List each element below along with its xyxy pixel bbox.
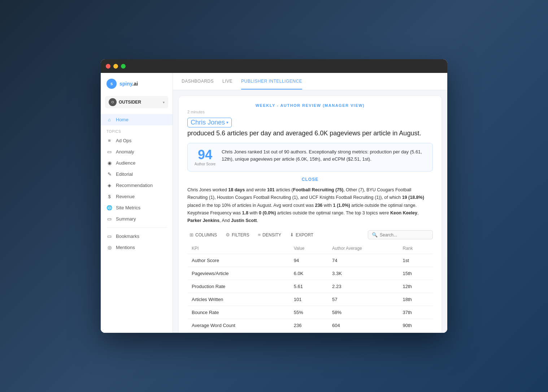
tab-live[interactable]: LIVE: [222, 74, 232, 90]
cell-author_avg-4: 58%: [328, 306, 398, 319]
titlebar: [101, 59, 447, 73]
main-card: WEEKLY - AUTHOR REVIEW (MANAGER VIEW) 2 …: [179, 96, 442, 333]
sidebar-item-revenue[interactable]: $ Revenue: [101, 191, 173, 202]
cell-rank-0: 1st: [399, 254, 433, 267]
cell-kpi-3: Articles Written: [187, 293, 290, 306]
org-selector[interactable]: O OUTSIDER ▾: [105, 96, 168, 108]
close-dot[interactable]: [106, 64, 110, 69]
tab-publisher-intelligence[interactable]: PUBLISHER INTELLIGENCE: [241, 74, 302, 90]
cell-value-3: 101: [290, 293, 328, 306]
sidebar-item-summary[interactable]: ▭ Summary: [101, 213, 173, 225]
sidebar-item-mentions[interactable]: ◎ Mentions: [101, 242, 173, 253]
author-score-label: Author Score: [194, 162, 216, 166]
sidebar-item-adops[interactable]: ≡ Ad Ops: [101, 135, 173, 146]
cell-author_avg-2: 2.23: [328, 280, 398, 293]
sidebar-item-anomaly[interactable]: ▭ Anomaly: [101, 146, 173, 157]
minimize-dot[interactable]: [113, 64, 118, 69]
columns-button[interactable]: ⊞ COLUMNS: [187, 231, 219, 239]
editorial-icon: ✎: [106, 171, 112, 177]
sidebar: s spiny.ai O OUTSIDER ▾ ⌂ Home Topics ≡ …: [101, 73, 173, 333]
sidebar-item-editorial-label: Editorial: [116, 171, 133, 177]
author-selector[interactable]: Chris Jones ▾: [187, 118, 232, 127]
sidebar-item-bookmarks[interactable]: ▭ Bookmarks: [101, 231, 173, 242]
cell-rank-1: 15th: [399, 267, 433, 280]
close-button[interactable]: CLOSE: [302, 177, 318, 182]
cell-author_avg-1: 3.3K: [328, 267, 398, 280]
sidebar-item-home[interactable]: ⌂ Home: [101, 114, 173, 125]
sidebar-item-sitemetrics-label: Site Metrics: [116, 205, 140, 210]
table-row[interactable]: Production Rate5.612.2312th: [187, 280, 433, 293]
density-button[interactable]: ≡ DENSITY: [256, 231, 283, 239]
sidebar-item-bookmarks-label: Bookmarks: [116, 234, 139, 239]
sidebar-item-recommendation-label: Recommendation: [116, 183, 153, 188]
cell-value-2: 5.61: [290, 280, 328, 293]
audience-icon: ◉: [106, 160, 112, 166]
score-description: Chris Jones ranked 1st out of 90 authors…: [222, 148, 426, 162]
sidebar-item-summary-label: Summary: [116, 216, 136, 222]
anomaly-icon: ▭: [106, 149, 112, 154]
cell-kpi-2: Production Rate: [187, 280, 290, 293]
table-row[interactable]: Average Word Count23660490th: [187, 319, 433, 332]
revenue-icon: $: [106, 194, 112, 199]
kpi-table: KPI Value Author Average Rank Author Sco…: [187, 243, 433, 333]
col-header-value: Value: [290, 243, 328, 254]
cell-value-6: $2.51: [290, 332, 328, 333]
summary-icon: ▭: [106, 216, 112, 222]
maximize-dot[interactable]: [121, 64, 126, 69]
table-row[interactable]: eCPM$2.51$1.21st: [187, 332, 433, 333]
tab-dashboards[interactable]: DASHBOARDS: [182, 74, 214, 90]
columns-label: COLUMNS: [195, 232, 217, 238]
sidebar-item-recommendation[interactable]: ◈ Recommendation: [101, 180, 173, 191]
author-chevron-icon: ▾: [226, 120, 229, 125]
recommendation-icon: ◈: [106, 183, 112, 188]
app-layout: s spiny.ai O OUTSIDER ▾ ⌂ Home Topics ≡ …: [101, 73, 447, 333]
cell-author_avg-3: 57: [328, 293, 398, 306]
filters-button[interactable]: ⚙ FILTERS: [223, 231, 251, 239]
cell-author_avg-5: 604: [328, 319, 398, 332]
content-area: WEEKLY - AUTHOR REVIEW (MANAGER VIEW) 2 …: [173, 90, 447, 333]
close-section: CLOSE: [187, 177, 433, 182]
search-icon: 🔍: [372, 232, 378, 238]
table-row[interactable]: Bounce Rate55%58%37th: [187, 306, 433, 319]
mentions-icon: ◎: [106, 245, 112, 250]
export-label: EXPORT: [296, 232, 313, 238]
time-label: 2 minutes: [187, 110, 433, 114]
cell-kpi-0: Author Score: [187, 254, 290, 267]
col-header-kpi: KPI: [187, 243, 290, 254]
cell-kpi-4: Bounce Rate: [187, 306, 290, 319]
top-navigation: DASHBOARDS LIVE PUBLISHER INTELLIGENCE: [173, 73, 447, 90]
table-row[interactable]: Articles Written1015718th: [187, 293, 433, 306]
chevron-down-icon: ▾: [163, 100, 165, 104]
sitemetrics-icon: 🌐: [106, 205, 112, 210]
score-box: 94 Author Score Chris Jones ranked 1st o…: [187, 143, 433, 171]
adops-icon: ≡: [106, 138, 112, 143]
sidebar-item-sitemetrics[interactable]: 🌐 Site Metrics: [101, 202, 173, 213]
cell-value-1: 6.0K: [290, 267, 328, 280]
cell-author_avg-6: $1.2: [328, 332, 398, 333]
home-icon: ⌂: [106, 117, 112, 122]
sidebar-item-home-label: Home: [116, 117, 129, 122]
table-row[interactable]: Author Score94741st: [187, 254, 433, 267]
sidebar-item-audience[interactable]: ◉ Audience: [101, 157, 173, 169]
score-text-content: Chris Jones ranked 1st out of 90 authors…: [222, 149, 422, 162]
export-icon: ⬇: [290, 232, 294, 238]
table-row[interactable]: Pageviews/Article6.0K3.3K15th: [187, 267, 433, 280]
export-button[interactable]: ⬇ EXPORT: [288, 231, 316, 239]
author-name: Chris Jones: [191, 119, 225, 126]
main-content: DASHBOARDS LIVE PUBLISHER INTELLIGENCE W…: [173, 73, 447, 333]
table-header-row: KPI Value Author Average Rank: [187, 243, 433, 254]
sidebar-item-editorial[interactable]: ✎ Editorial: [101, 169, 173, 180]
headline: Chris Jones ▾ produced 5.6 articles per …: [187, 118, 433, 137]
search-box: 🔍: [368, 230, 433, 239]
cell-rank-2: 12th: [399, 280, 433, 293]
app-window: s spiny.ai O OUTSIDER ▾ ⌂ Home Topics ≡ …: [101, 59, 447, 333]
topics-section-label: Topics: [101, 125, 173, 135]
cell-value-0: 94: [290, 254, 328, 267]
cell-rank-4: 37th: [399, 306, 433, 319]
col-header-rank: Rank: [399, 243, 433, 254]
sidebar-item-anomaly-label: Anomaly: [116, 149, 134, 154]
sidebar-item-audience-label: Audience: [116, 160, 135, 166]
search-input[interactable]: [380, 232, 429, 238]
table-toolbar: ⊞ COLUMNS ⚙ FILTERS ≡ DENSITY ⬇: [187, 230, 433, 239]
sidebar-item-revenue-label: Revenue: [116, 194, 135, 199]
